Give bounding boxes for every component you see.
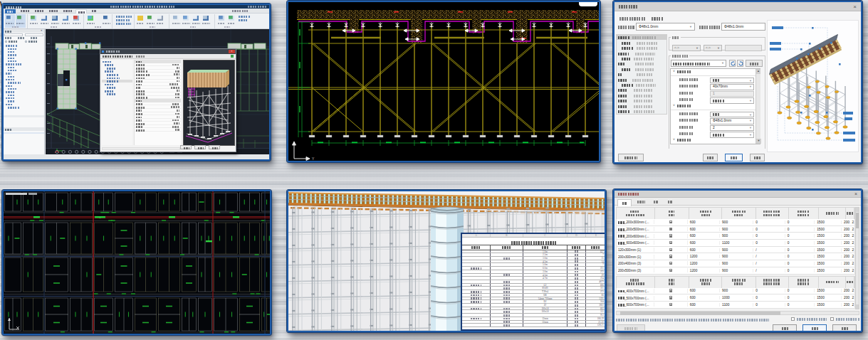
svg-text:Y: Y bbox=[312, 156, 315, 161]
